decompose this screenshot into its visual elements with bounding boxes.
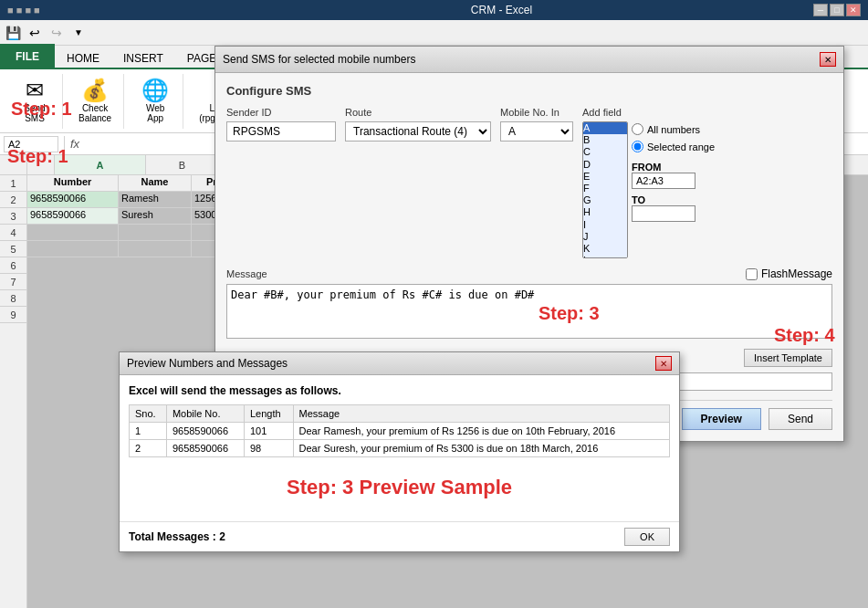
preview-btn[interactable]: Preview <box>682 408 761 430</box>
step1-label: Step: 1 <box>7 146 68 167</box>
row-header-6: 6 <box>0 257 26 274</box>
close-btn[interactable]: ✕ <box>846 4 861 16</box>
undo-btn[interactable]: ↩ <box>26 24 44 42</box>
field-option-e: E <box>583 171 627 183</box>
field-option-f: F <box>583 183 627 194</box>
dialog-close-btn[interactable]: ✕ <box>820 52 836 67</box>
cell-b5[interactable] <box>119 241 192 257</box>
flash-message-checkbox[interactable] <box>746 268 758 280</box>
customize-btn[interactable]: ▼ <box>69 24 88 42</box>
radio-all-numbers: All numbers <box>632 123 715 135</box>
step1-overlay: Step: 1 <box>11 99 72 120</box>
radio-selected-label: Selected range <box>647 142 715 152</box>
quick-access-toolbar: 💾 ↩ ↪ ▼ <box>0 20 868 46</box>
row-header-4: 4 <box>0 225 26 241</box>
step3-label: Step: 3 <box>539 303 600 324</box>
to-group: TO <box>632 194 715 222</box>
web-app-label: WebApp <box>146 103 164 123</box>
cell-a3[interactable]: 9658590066 <box>27 208 119 225</box>
check-balance-ribbon-btn[interactable]: 💰 CheckBalance <box>74 75 116 128</box>
preview-dialog-title: Preview Numbers and Messages <box>127 357 288 370</box>
tab-file[interactable]: FILE <box>0 44 55 68</box>
tab-home[interactable]: HOME <box>55 47 111 68</box>
sender-id-label: Sender ID <box>226 107 336 118</box>
row1-length: 101 <box>245 423 294 440</box>
field-option-g: G <box>583 194 627 206</box>
row-header-5: 5 <box>0 241 26 257</box>
mobile-no-label: Mobile No. In <box>500 107 573 118</box>
add-field-container: A B C D E F G H I J K L M N <box>582 121 715 258</box>
route-label: Route <box>345 107 491 118</box>
from-input[interactable] <box>632 173 695 189</box>
dialog-title: Send SMS for selected mobile numbers <box>223 53 415 66</box>
preview-body: Excel will send the messages as follows.… <box>120 375 679 518</box>
field-option-b: B <box>583 134 627 146</box>
cell-a2[interactable]: 9658590066 <box>27 192 119 208</box>
cell-a4[interactable] <box>27 225 119 241</box>
preview-table: Sno. Mobile No. Length Message 1 9658590… <box>129 404 670 457</box>
radio-selected-range-input[interactable] <box>632 141 643 152</box>
to-input[interactable] <box>632 205 695 222</box>
form-row-top: Sender ID Route Transactional Route (4) … <box>226 107 832 258</box>
preview-step-label: Step: 3 Preview Sample <box>129 457 670 508</box>
field-option-l: L <box>583 255 627 258</box>
field-option-d: D <box>583 159 627 171</box>
field-option-i: I <box>583 219 627 231</box>
from-group: FROM <box>632 162 715 189</box>
row2-mobile: 9658590066 <box>166 440 244 457</box>
to-label: TO <box>632 194 715 205</box>
cell-b1[interactable]: Name <box>119 175 192 192</box>
total-messages: Total Messages : 2 <box>129 530 225 543</box>
mobile-no-select[interactable]: A <box>500 121 573 142</box>
title-bar: ■ ■ ■ ■ CRM - Excel ─ □ ✕ <box>0 0 868 20</box>
row-header-8: 8 <box>0 290 26 307</box>
preview-row-2: 2 9658590066 98 Dear Suresh, your premiu… <box>130 440 670 457</box>
save-quick-btn[interactable]: 💾 <box>4 24 22 42</box>
minimize-btn[interactable]: ─ <box>813 4 828 16</box>
preview-dialog: Preview Numbers and Messages ✕ Excel wil… <box>119 351 680 552</box>
row-header-3: 3 <box>0 208 26 225</box>
row-header-1: 1 <box>0 175 26 192</box>
col-length: Length <box>245 405 294 423</box>
row-headers: 1 2 3 4 5 6 7 8 9 <box>0 155 27 608</box>
app-title: CRM - Excel <box>190 4 813 16</box>
ribbon-group-webapp: 🌐 WebApp <box>128 74 183 129</box>
preview-subtitle: Excel will send the messages as follows. <box>129 384 670 397</box>
preview-close-btn[interactable]: ✕ <box>655 356 672 371</box>
row-header-9: 9 <box>0 307 26 323</box>
row1-mobile: 9658590066 <box>166 423 244 440</box>
message-textarea[interactable]: Dear #B#, your premium of Rs #C# is due … <box>226 284 832 339</box>
flash-message-label: FlashMessage <box>761 267 832 280</box>
route-select[interactable]: Transactional Route (4) Promotional Rout… <box>345 121 491 142</box>
cell-b4[interactable] <box>119 225 192 241</box>
preview-table-header: Sno. Mobile No. Length Message <box>130 405 670 423</box>
ok-btn[interactable]: OK <box>624 528 670 546</box>
insert-template-btn[interactable]: Insert Template <box>744 349 832 367</box>
col-header-b: B <box>146 155 219 174</box>
radio-all-label: All numbers <box>647 124 700 135</box>
flash-message-row: FlashMessage <box>746 267 832 280</box>
cell-a5[interactable] <box>27 241 119 257</box>
field-option-k: K <box>583 243 627 255</box>
col-mobile: Mobile No. <box>166 405 244 423</box>
web-app-ribbon-btn[interactable]: 🌐 WebApp <box>135 75 175 128</box>
col-message: Message <box>293 405 669 423</box>
cell-b3[interactable]: Suresh <box>119 208 192 225</box>
cell-a1[interactable]: Number <box>27 175 119 192</box>
send-btn[interactable]: Send <box>769 408 832 430</box>
cell-b2[interactable]: Ramesh <box>119 192 192 208</box>
add-field-list[interactable]: A B C D E F G H I J K L M N <box>582 121 628 258</box>
preview-title-bar: Preview Numbers and Messages ✕ <box>120 352 679 375</box>
maximize-btn[interactable]: □ <box>830 4 844 16</box>
radio-range-panel: All numbers Selected range FROM TO <box>632 121 715 258</box>
field-option-c: C <box>583 146 627 158</box>
fx-label: fx <box>70 137 79 151</box>
radio-all-numbers-input[interactable] <box>632 123 643 135</box>
tab-insert[interactable]: INSERT <box>111 47 175 68</box>
sender-id-input[interactable] <box>226 121 336 142</box>
field-option-j: J <box>583 231 627 243</box>
send-sms-icon: ✉ <box>26 79 44 101</box>
redo-btn[interactable]: ↪ <box>47 24 66 42</box>
add-field-group: Add field A B C D E F G H I J K L <box>582 107 715 258</box>
row1-sno: 1 <box>130 423 167 440</box>
